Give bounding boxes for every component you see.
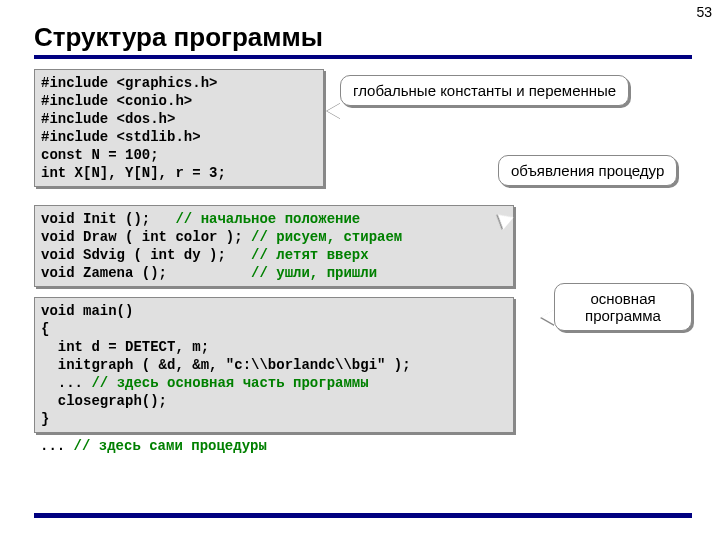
title-underline — [34, 55, 692, 59]
callout-declarations: объявления процедур — [498, 155, 677, 186]
code-free-procedures: ... // здесь сами процедуры — [40, 437, 267, 455]
code-block-declarations: void Init (); // начальное положение voi… — [34, 205, 514, 287]
bottom-bar — [34, 513, 692, 518]
callout-globals: глобальные константы и переменные — [340, 75, 629, 106]
page-title: Структура программы — [34, 22, 720, 53]
code-block-main: void main() { int d = DETECT, m; initgra… — [34, 297, 514, 433]
callout-main: основная программа — [554, 283, 692, 331]
page-number: 53 — [696, 4, 712, 20]
code-block-includes: #include <graphics.h> #include <conio.h>… — [34, 69, 324, 187]
